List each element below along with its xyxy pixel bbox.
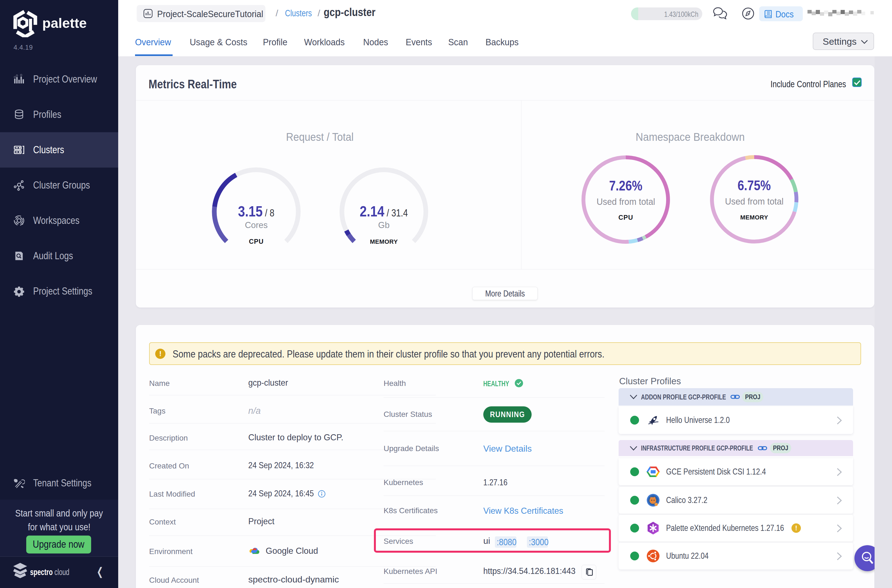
- svg-text:Cores: Cores: [245, 220, 268, 230]
- svg-text:CPU: CPU: [618, 214, 633, 221]
- svg-text:Gb: Gb: [378, 220, 389, 230]
- svg-text:MEMORY: MEMORY: [370, 238, 398, 245]
- svg-text:CPU: CPU: [249, 238, 264, 245]
- svg-text:MEMORY: MEMORY: [740, 214, 768, 221]
